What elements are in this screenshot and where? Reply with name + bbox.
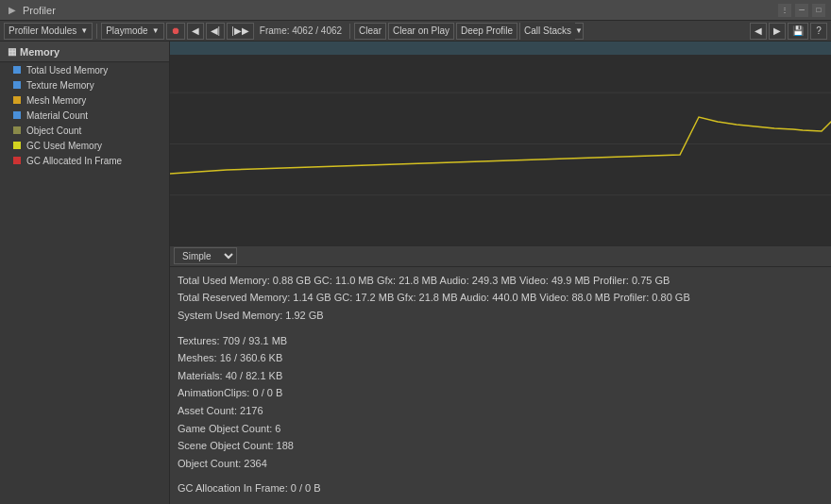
sidebar-label-object: Object Count	[26, 126, 81, 136]
prev-frame-button[interactable]: ◀	[187, 23, 204, 40]
detail-row-8: Asset Count: 2176	[178, 403, 823, 420]
sidebar-label-gc-used: GC Used Memory	[26, 141, 102, 151]
prev-step-button[interactable]: ◀|	[206, 23, 226, 40]
title-bar: ▶ Profiler ⋮ ─ □	[0, 0, 831, 21]
object-count-line: Object Count: 2364	[178, 458, 267, 469]
detail-row-4: Textures: 709 / 93.1 MB	[178, 333, 823, 350]
sep1	[96, 24, 97, 39]
detail-row-3: System Used Memory: 1.92 GB	[178, 308, 823, 325]
graph-svg	[170, 42, 831, 246]
menu-button[interactable]: ⋮	[778, 4, 791, 17]
textures-line: Textures: 709 / 93.1 MB	[178, 335, 287, 346]
sep2	[349, 24, 350, 39]
svg-rect-4	[170, 42, 831, 55]
sidebar-label-mesh: Mesh Memory	[26, 95, 86, 106]
deep-profile-button[interactable]: Deep Profile	[456, 23, 517, 40]
sidebar-item-object-count[interactable]: Object Count	[0, 123, 169, 138]
materials-line: Materials: 40 / 82.1 KB	[178, 370, 282, 381]
call-stacks-chevron-icon: ▼	[575, 26, 583, 35]
clear-on-play-button[interactable]: Clear on Play	[388, 23, 454, 40]
save-button[interactable]: 💾	[788, 23, 808, 40]
sidebar-label-total-used: Total Used Memory	[26, 65, 108, 76]
asset-count-line: Asset Count: 2176	[178, 405, 263, 416]
back-button[interactable]: ◀	[750, 23, 767, 40]
detail-row-9: Game Object Count: 6	[178, 421, 823, 438]
playmode-dropdown[interactable]: Playmode ▼	[101, 23, 163, 40]
next-frame-button[interactable]: |▶▶	[227, 23, 254, 40]
main-toolbar: Profiler Modules ▼ Playmode ▼ ⏺ ◀ ◀| |▶▶…	[0, 21, 831, 42]
detail-row-2: Total Reserved Memory: 1.14 GB GC: 17.2 …	[178, 290, 823, 307]
window-controls: ⋮ ─ □	[778, 4, 825, 17]
sidebar-label-gc-alloc: GC Allocated In Frame	[26, 156, 122, 166]
sidebar-header: ▦ Memory	[0, 42, 169, 62]
gc-used-color	[13, 142, 21, 149]
sidebar: ▦ Memory Total Used Memory Texture Memor…	[0, 42, 170, 504]
sidebar-item-gc-allocated[interactable]: GC Allocated In Frame	[0, 153, 169, 168]
minimize-button[interactable]: ─	[795, 4, 808, 17]
help-button[interactable]: ?	[810, 23, 827, 40]
mesh-color	[13, 96, 21, 104]
record-button[interactable]: ⏺	[166, 23, 185, 40]
sidebar-item-gc-used-memory[interactable]: GC Used Memory	[0, 138, 169, 153]
meshes-line: Meshes: 16 / 360.6 KB	[178, 352, 282, 363]
detail-content: Total Used Memory: 0.88 GB GC: 11.0 MB G…	[170, 267, 831, 504]
modules-dropdown[interactable]: Profiler Modules ▼	[4, 23, 93, 40]
sidebar-label-texture: Texture Memory	[26, 80, 94, 91]
game-object-line: Game Object Count: 6	[178, 423, 280, 434]
maximize-button[interactable]: □	[812, 4, 825, 17]
sidebar-item-material-count[interactable]: Material Count	[0, 108, 169, 123]
sidebar-header-label: Memory	[20, 46, 59, 58]
sidebar-item-mesh-memory[interactable]: Mesh Memory	[0, 92, 169, 108]
spacer2	[178, 473, 823, 480]
animation-line: AnimationClips: 0 / 0 B	[178, 387, 282, 398]
main-area: ▦ Memory Total Used Memory Texture Memor…	[0, 42, 831, 504]
detail-row-7: AnimationClips: 0 / 0 B	[178, 385, 823, 402]
memory-icon: ▦	[8, 46, 16, 57]
view-dropdown[interactable]: Simple Detailed	[174, 247, 237, 264]
total-used-color	[13, 66, 21, 74]
gc-alloc-line: GC Allocation In Frame: 0 / 0 B	[178, 482, 321, 494]
sidebar-label-material: Material Count	[26, 110, 88, 121]
modules-chevron-icon: ▼	[80, 26, 88, 35]
total-used-line: Total Used Memory: 0.88 GB GC: 11.0 MB G…	[178, 275, 670, 286]
texture-color	[13, 81, 21, 89]
call-stacks-button[interactable]: Call Stacks	[520, 23, 575, 40]
system-used-line: System Used Memory: 1.92 GB	[178, 310, 324, 321]
graph-container[interactable]	[170, 42, 831, 246]
detail-row-11: Object Count: 2364	[178, 456, 823, 473]
playmode-chevron-icon: ▼	[152, 26, 160, 35]
frame-label: Frame: 4062 / 4062	[256, 25, 346, 36]
detail-row-1: Total Used Memory: 0.88 GB GC: 11.0 MB G…	[178, 273, 823, 290]
detail-toolbar: Simple Detailed	[170, 246, 831, 267]
forward-button[interactable]: ▶	[769, 23, 786, 40]
detail-row-5: Meshes: 16 / 360.6 KB	[178, 350, 823, 367]
content-area: Simple Detailed Total Used Memory: 0.88 …	[170, 42, 831, 504]
sidebar-item-texture-memory[interactable]: Texture Memory	[0, 77, 169, 92]
sidebar-item-total-used-memory[interactable]: Total Used Memory	[0, 62, 169, 77]
detail-row-6: Materials: 40 / 82.1 KB	[178, 368, 823, 385]
scene-object-line: Scene Object Count: 188	[178, 440, 294, 451]
profiler-icon: ▶	[6, 4, 19, 17]
detail-row-10: Scene Object Count: 188	[178, 438, 823, 455]
spacer1	[178, 326, 823, 333]
object-color	[13, 126, 21, 134]
gc-alloc-color	[13, 157, 21, 164]
clear-button[interactable]: Clear	[354, 23, 386, 40]
detail-row-12: GC Allocation In Frame: 0 / 0 B	[178, 480, 823, 497]
window-title: Profiler	[23, 5, 778, 16]
material-color	[13, 111, 21, 119]
total-reserved-line: Total Reserved Memory: 1.14 GB GC: 17.2 …	[178, 292, 690, 303]
